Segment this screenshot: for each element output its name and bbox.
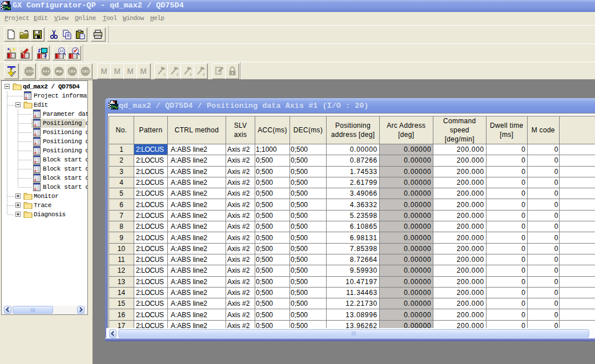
svg-text:2: 2 — [176, 72, 179, 76]
svg-text:4: 4 — [203, 72, 205, 76]
svg-text:M: M — [127, 67, 134, 76]
svg-text:1: 1 — [163, 72, 166, 76]
svg-text:M: M — [100, 67, 107, 76]
svg-text:STOP: STOP — [26, 70, 34, 73]
svg-text:12: 12 — [60, 49, 64, 52]
svg-text:M: M — [140, 67, 147, 76]
svg-text:M: M — [114, 67, 120, 76]
svg-text:3: 3 — [190, 72, 192, 76]
